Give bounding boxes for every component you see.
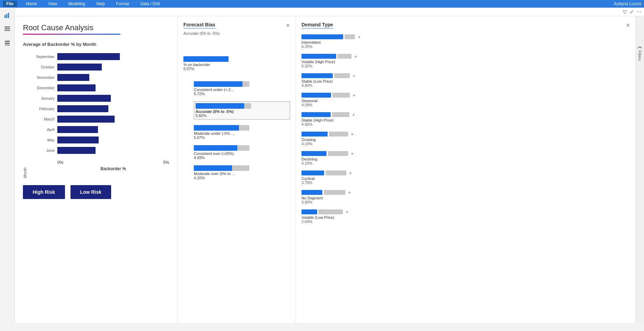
chart-title: Average of Backorder % by Month: [23, 42, 169, 47]
demand-value-8: 3.60%: [302, 200, 630, 204]
menu-modeling[interactable]: Modeling: [66, 1, 87, 7]
demand-value-2: 4.80%: [302, 83, 630, 88]
demand-item-2: +Stable (Low Price)4.80%: [302, 73, 630, 88]
bar-row-march: March: [28, 115, 169, 123]
menu-home[interactable]: Home: [24, 1, 39, 7]
decomp-node-1: Accurate (5% to -5%)5.82%: [194, 101, 290, 119]
demand-value-7: 3.79%: [302, 181, 630, 185]
demand-plus-6[interactable]: +: [351, 151, 354, 156]
demand-label-6: Declining: [302, 157, 630, 161]
demand-label-8: No Segment: [302, 196, 630, 200]
y-axis-label: Month: [23, 52, 27, 178]
x-axis-title: Backorder %: [28, 166, 169, 171]
filters-sidebar[interactable]: ❮ Filters: [638, 46, 642, 61]
expand-toolbar-icon[interactable]: ⤢: [629, 9, 634, 15]
bar-label-2: November: [28, 75, 55, 80]
menu-help[interactable]: Help: [94, 1, 107, 7]
more-toolbar-icon[interactable]: ⋯: [636, 9, 641, 15]
forecast-bias-close[interactable]: ✕: [286, 23, 290, 28]
demand-label-1: Volatile (High Price): [302, 60, 630, 64]
content-area: ▽ ⤢ ⋯ Root Cause Analysis Average of Bac…: [15, 8, 644, 323]
demand-type-close[interactable]: ✕: [626, 23, 630, 28]
bar-row-january: January: [28, 94, 169, 102]
layers-view-icon[interactable]: [2, 38, 12, 48]
bar-fill-9[interactable]: [57, 147, 96, 154]
bar-container-2: [57, 73, 169, 82]
forecast-bias-panel: Forecast Bias ✕ Accurate (5% to -5%) % o…: [178, 16, 296, 323]
filter-toolbar-icon[interactable]: ▽: [623, 9, 627, 15]
demand-plus-0[interactable]: +: [358, 34, 361, 40]
high-risk-button[interactable]: High Risk: [23, 185, 65, 199]
table-view-icon[interactable]: [2, 24, 12, 34]
demand-item-6: +Declining4.10%: [302, 151, 630, 165]
bar-fill-7[interactable]: [57, 126, 98, 133]
bar-row-may: May: [28, 136, 169, 144]
demand-bar-gray-5: [329, 132, 348, 136]
demand-plus-3[interactable]: +: [353, 92, 355, 98]
bar-row-february: February: [28, 105, 169, 113]
decomp-bar-bg-highlight-1: [244, 103, 251, 109]
bar-fill-2[interactable]: [57, 74, 89, 81]
demand-bar-row-3: +: [302, 92, 630, 98]
bar-fill-5[interactable]: [57, 105, 108, 112]
demand-bar-blue-4: [302, 112, 331, 117]
file-tab[interactable]: File: [3, 1, 17, 7]
bar-fill-0[interactable]: [57, 53, 120, 60]
demand-bar-gray-6: [328, 151, 348, 156]
bar-row-december: December: [28, 84, 169, 92]
demand-bar-gray-8: [324, 190, 345, 195]
decomp-bar-bg-3: [237, 145, 249, 151]
bar-chart: SeptemberOctoberNovemberDecemberJanuaryF…: [28, 52, 169, 155]
bar-fill-8[interactable]: [57, 136, 99, 143]
bar-fill-6[interactable]: [57, 116, 115, 123]
decomp-value-3: 4.93%: [194, 156, 290, 160]
decomp-label-2: Moderate under (-5% ...: [194, 131, 290, 135]
decomp-bar-0: [194, 81, 242, 87]
bar-fill-3[interactable]: [57, 84, 96, 91]
bar-fill-1[interactable]: [57, 64, 102, 71]
title-underline: [23, 34, 120, 35]
bar-container-1: [57, 63, 169, 71]
top-bar: File Home View Modeling Help Format Data…: [0, 0, 644, 8]
decomp-value-0: 6.72%: [194, 92, 290, 96]
bar-fill-4[interactable]: [57, 95, 111, 102]
demand-value-6: 4.10%: [302, 161, 630, 165]
button-row: High Risk Low Risk: [23, 185, 169, 199]
forecast-bias-subtitle: Accurate (5% to -5%): [183, 31, 290, 35]
decomp-bar-2: [194, 125, 239, 131]
demand-plus-2[interactable]: +: [353, 73, 355, 78]
left-sidebar: [0, 8, 15, 323]
top-toolbar: ▽ ⤢ ⋯: [15, 8, 644, 16]
demand-item-3: +Seasonal4.59%: [302, 92, 630, 107]
x-axis: 0% 5%: [28, 160, 169, 165]
demand-plus-7[interactable]: +: [349, 170, 352, 176]
decomp-bar-row-2: [194, 125, 290, 131]
menu-format[interactable]: Format: [114, 1, 131, 7]
chart-view-icon[interactable]: [2, 10, 12, 20]
decomp-node-2: Moderate under (-5% ...5.07%: [194, 125, 290, 140]
menu-data-drill[interactable]: Data / Drill: [138, 1, 162, 7]
bar-row-april: April: [28, 125, 169, 134]
low-risk-button[interactable]: Low Risk: [71, 185, 111, 199]
demand-bar-gray-0: [345, 34, 355, 39]
demand-bar-row-1: +: [302, 53, 630, 59]
demand-item-0: +Intermittent6.25%: [302, 34, 630, 49]
decomp-bar-row-1: [196, 103, 288, 109]
demand-bar-blue-1: [302, 54, 336, 59]
demand-bar-blue-8: [302, 190, 322, 195]
bar-container-0: [57, 52, 169, 61]
decomp-label-3: Consistent over (>20%): [194, 151, 290, 156]
bar-label-7: April: [28, 127, 55, 132]
demand-value-9: 2.64%: [302, 220, 630, 224]
bar-label-4: January: [28, 96, 55, 100]
demand-plus-5[interactable]: +: [351, 131, 354, 137]
svg-rect-5: [5, 30, 10, 31]
demand-bar-blue-7: [302, 171, 324, 175]
demand-plus-9[interactable]: +: [346, 209, 348, 215]
menu-view[interactable]: View: [46, 1, 59, 7]
demand-plus-4[interactable]: +: [352, 112, 355, 117]
demand-value-3: 4.59%: [302, 103, 630, 107]
demand-plus-1[interactable]: +: [354, 53, 357, 59]
bar-container-6: [57, 115, 169, 123]
demand-plus-8[interactable]: +: [348, 190, 351, 195]
